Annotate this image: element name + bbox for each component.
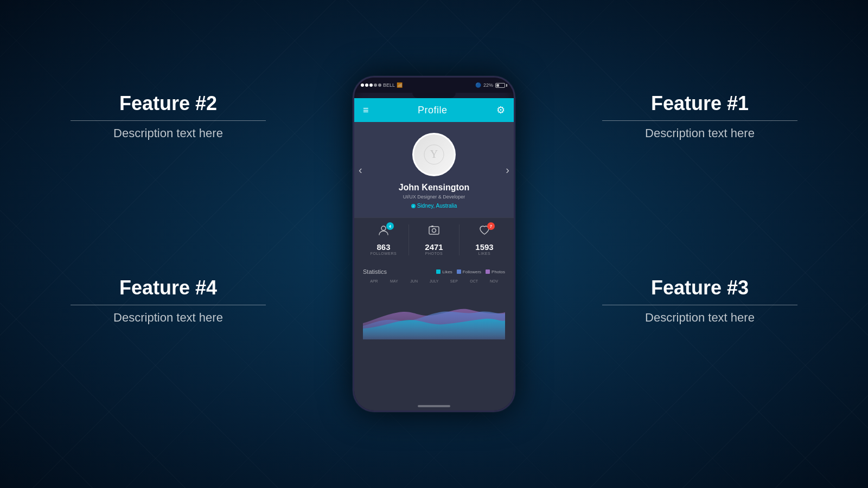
menu-icon[interactable]: ≡	[363, 105, 369, 116]
feature1-divider	[602, 120, 797, 121]
legend-likes: Likes	[436, 269, 452, 274]
svg-rect-3	[429, 227, 439, 234]
settings-icon[interactable]: ⚙	[496, 104, 505, 116]
month-sep: SEP	[444, 279, 464, 283]
followers-label: FOLLOWERS	[359, 252, 409, 255]
statistics-header: Statistics Likes Followers Photos	[363, 268, 505, 275]
feature2-title: Feature #2	[71, 92, 266, 115]
battery-indicator	[495, 83, 507, 88]
wifi-icon: 📶	[397, 82, 403, 88]
carousel-arrow-left[interactable]: ‹	[359, 164, 362, 176]
legend-likes-label: Likes	[442, 269, 452, 274]
chart-svg	[363, 285, 505, 339]
carrier-name: BELL	[383, 82, 395, 88]
followers-icon-wrapper: 4	[378, 224, 390, 239]
battery-fill	[496, 84, 499, 87]
stat-likes[interactable]: 7 1593 LIKES	[459, 224, 509, 255]
home-indicator	[418, 405, 450, 407]
signal-dot-3	[369, 84, 373, 87]
month-oct: OCT	[464, 279, 484, 283]
status-bar: BELL 📶 🔵 22%	[354, 78, 514, 93]
battery-body	[495, 83, 505, 88]
month-jun: JUN	[404, 279, 424, 283]
bluetooth-icon: 🔵	[475, 82, 481, 88]
month-nov: NOV	[484, 279, 504, 283]
month-apr: APR	[364, 279, 384, 283]
signal-dot-5	[378, 84, 381, 87]
feature2-block: Feature #2 Description text here	[71, 92, 266, 140]
location-text: Sidney, Australia	[417, 203, 457, 209]
user-job-title: UI/UX Designer & Developer	[363, 194, 505, 200]
photos-icon-wrapper	[428, 224, 440, 239]
likes-badge: 7	[487, 222, 495, 230]
user-location: Sidney, Australia	[363, 203, 505, 209]
signal-dot-2	[365, 84, 368, 87]
carousel-arrow-right[interactable]: ›	[506, 164, 509, 176]
statistics-section: Statistics Likes Followers Photos	[354, 262, 514, 339]
likes-count: 1593	[459, 242, 509, 252]
svg-rect-5	[431, 226, 433, 227]
chart-legend: Likes Followers Photos	[436, 269, 505, 274]
signal-dot-1	[361, 84, 364, 87]
legend-photos: Photos	[486, 269, 505, 274]
chart-container	[363, 285, 505, 339]
legend-followers-dot	[457, 269, 461, 274]
avatar-inner: Y	[414, 134, 454, 175]
photos-label: PHOTOS	[409, 252, 459, 255]
photos-count: 2471	[409, 242, 459, 252]
stat-photos[interactable]: 2471 PHOTOS	[409, 224, 459, 255]
phone-notch	[412, 93, 456, 98]
month-july: JULY	[424, 279, 444, 283]
likes-label: LIKES	[459, 252, 509, 255]
stats-section: 4 863 FOLLOWERS	[354, 217, 514, 262]
feature2-divider	[71, 120, 266, 121]
feature3-description: Description text here	[602, 311, 797, 325]
battery-percent: 22%	[483, 82, 493, 88]
month-may: MAY	[384, 279, 404, 283]
svg-text:Y: Y	[430, 148, 438, 160]
feature3-title: Feature #3	[602, 277, 797, 299]
status-left: BELL 📶	[361, 82, 403, 88]
statistics-title: Statistics	[363, 268, 387, 275]
signal-dots	[361, 84, 381, 87]
photos-icon	[428, 227, 440, 239]
nav-bar: ≡ Profile ⚙	[354, 98, 514, 122]
followers-badge: 4	[386, 222, 394, 230]
legend-followers-label: Followers	[463, 269, 481, 274]
phone-screen: ‹ › Y John Kensington UI/UX Designer & D…	[354, 122, 514, 410]
status-right: 🔵 22%	[475, 82, 507, 88]
nav-title: Profile	[418, 105, 448, 116]
phone-device: BELL 📶 🔵 22% ≡ Profile ⚙	[353, 76, 515, 412]
svg-point-4	[432, 229, 436, 233]
feature1-block: Feature #1 Description text here	[602, 92, 797, 140]
avatar-watermark-icon: Y	[423, 144, 445, 165]
likes-icon-wrapper: 7	[478, 224, 490, 239]
battery-tip	[506, 84, 507, 87]
feature3-divider	[602, 305, 797, 305]
feature3-block: Feature #3 Description text here	[602, 277, 797, 325]
location-verified-icon	[411, 204, 416, 208]
feature1-title: Feature #1	[602, 92, 797, 115]
stat-followers[interactable]: 4 863 FOLLOWERS	[359, 224, 409, 255]
legend-photos-label: Photos	[492, 269, 505, 274]
user-name: John Kensington	[363, 183, 505, 192]
feature4-title: Feature #4	[71, 277, 266, 299]
legend-followers: Followers	[457, 269, 481, 274]
phone-body: BELL 📶 🔵 22% ≡ Profile ⚙	[353, 76, 515, 412]
month-labels: APR MAY JUN JULY SEP OCT NOV	[363, 279, 505, 283]
feature1-description: Description text here	[602, 126, 797, 140]
feature2-description: Description text here	[71, 126, 266, 140]
legend-likes-dot	[436, 269, 441, 274]
profile-section: ‹ › Y John Kensington UI/UX Designer & D…	[354, 122, 514, 217]
svg-point-2	[381, 226, 386, 230]
feature4-description: Description text here	[71, 311, 266, 325]
feature4-divider	[71, 305, 266, 305]
legend-photos-dot	[486, 269, 490, 274]
followers-count: 863	[359, 242, 409, 252]
signal-dot-4	[374, 84, 377, 87]
avatar: Y	[412, 133, 456, 176]
feature4-block: Feature #4 Description text here	[71, 277, 266, 325]
